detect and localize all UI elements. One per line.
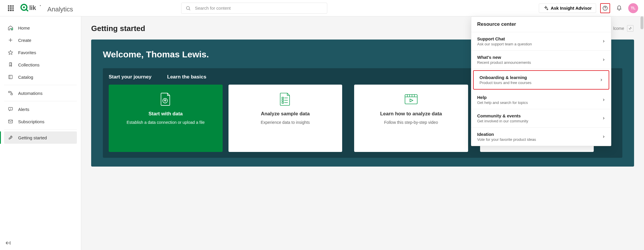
journey-col-2: Learn the basics <box>167 74 206 80</box>
star-icon <box>8 49 13 55</box>
resource-center-title: Resource center <box>471 17 611 32</box>
bell-icon <box>616 5 622 11</box>
rc-item-ideation[interactable]: Ideation Vote for your favorite product … <box>471 128 611 146</box>
svg-point-10 <box>11 28 13 30</box>
rc-item-help[interactable]: Help Get help and search for topics <box>471 91 611 109</box>
chat-alert-icon <box>8 106 13 112</box>
rc-item-sub: Get help and search for topics <box>477 100 528 105</box>
rc-item-community-events[interactable]: Community & events Get involved in our c… <box>471 109 611 128</box>
top-right-hint: lcome <box>613 25 633 32</box>
ask-insight-advisor-button[interactable]: Ask Insight Advisor <box>539 4 596 13</box>
search-icon <box>186 6 191 11</box>
sidebar-item-label: Automations <box>18 91 42 96</box>
sidebar-item-label: Favorites <box>18 50 36 55</box>
chevron-right-icon <box>602 58 605 62</box>
sidebar-item-catalog[interactable]: Catalog <box>4 71 77 83</box>
sidebar-divider <box>4 129 77 130</box>
sidebar: Home Create Favorites Collections Catalo <box>0 16 81 250</box>
waffle-menu[interactable] <box>6 3 16 13</box>
card-start-with-data[interactable]: Start with data Establish a data connect… <box>109 85 223 152</box>
sidebar-item-alerts[interactable]: Alerts <box>4 103 77 115</box>
search-input[interactable] <box>194 5 323 11</box>
svg-marker-38 <box>410 99 413 102</box>
card-title: Start with data <box>148 111 183 117</box>
sparkle-icon <box>543 6 548 11</box>
collapse-icon <box>5 240 11 246</box>
catalog-icon <box>8 74 13 80</box>
card-analyze-sample[interactable]: Analyze sample data Experience data to i… <box>228 85 342 152</box>
scrollbar-thumb[interactable] <box>640 16 643 29</box>
rocket-icon <box>8 135 13 141</box>
video-icon <box>404 92 418 107</box>
rc-item-title: What's new <box>477 55 531 60</box>
svg-rect-28 <box>282 100 283 101</box>
rc-item-title: Onboarding & learning <box>479 75 532 80</box>
sidebar-item-getting-started[interactable]: Getting started <box>4 131 77 144</box>
logo-area: lik Analytics <box>20 3 73 13</box>
sidebar-divider <box>4 85 77 85</box>
waffle-icon <box>8 5 14 11</box>
scrollbar[interactable] <box>640 16 643 250</box>
svg-point-9 <box>605 9 605 10</box>
chevron-right-icon <box>602 39 605 43</box>
svg-rect-16 <box>8 91 10 93</box>
sidebar-item-label: Create <box>18 38 31 43</box>
sidebar-item-label: Catalog <box>18 75 33 80</box>
svg-rect-5 <box>40 6 41 8</box>
svg-point-20 <box>10 109 11 110</box>
help-icon <box>602 5 608 11</box>
card-learn-analyze[interactable]: Learn how to analyze data Follow this st… <box>354 85 468 152</box>
notifications-button[interactable] <box>614 3 624 13</box>
rc-item-sub: Recent product announcements <box>477 60 531 65</box>
chevron-right-icon <box>602 98 605 102</box>
help-button[interactable] <box>600 3 610 13</box>
chevron-right-icon <box>602 116 605 120</box>
card-title: Analyze sample data <box>261 111 310 117</box>
svg-marker-13 <box>8 50 13 54</box>
product-name: Analytics <box>47 6 73 13</box>
svg-point-22 <box>11 137 11 137</box>
sidebar-item-subscriptions[interactable]: Subscriptions <box>4 115 77 128</box>
sidebar-divider <box>4 101 77 101</box>
sidebar-item-home[interactable]: Home <box>4 22 77 34</box>
home-icon <box>8 25 13 31</box>
journey-col-1: Start your journey <box>109 74 155 80</box>
collapse-sidebar-button[interactable] <box>5 240 11 246</box>
avatar[interactable]: TL <box>628 3 638 13</box>
sidebar-item-create[interactable]: Create <box>4 34 77 46</box>
rc-item-sub: Get involved in our community <box>477 119 528 123</box>
ask-label: Ask Insight Advisor <box>551 6 592 11</box>
sidebar-item-label: Getting started <box>18 135 47 140</box>
sidebar-item-favorites[interactable]: Favorites <box>4 46 77 59</box>
sidebar-item-collections[interactable]: Collections <box>4 59 77 71</box>
card-title: Learn how to analyze data <box>380 111 442 117</box>
qlik-logo: lik <box>20 3 41 11</box>
search-wrap <box>181 3 327 14</box>
svg-rect-32 <box>405 95 417 104</box>
card-sub: Experience data to insights <box>261 120 310 125</box>
file-upload-icon <box>159 92 172 107</box>
svg-rect-26 <box>282 97 283 99</box>
hint-text: lcome <box>613 26 624 31</box>
sidebar-item-label: Subscriptions <box>18 119 44 124</box>
rc-item-sub: Vote for your favorite product ideas <box>477 137 536 142</box>
card-sub: Follow this step-by-step video <box>384 120 438 125</box>
sidebar-item-automations[interactable]: Automations <box>4 87 77 99</box>
card-separator <box>348 89 348 147</box>
search-box[interactable] <box>181 3 327 14</box>
svg-line-7 <box>189 9 190 10</box>
topbar-right: Ask Insight Advisor TL <box>539 3 638 13</box>
card-sub: Establish a data connection or upload a … <box>127 120 205 125</box>
svg-text:lik: lik <box>29 4 36 11</box>
sidebar-item-label: Collections <box>18 62 39 67</box>
avatar-initials: TL <box>631 6 636 10</box>
svg-point-4 <box>40 5 41 6</box>
svg-point-1 <box>23 6 25 8</box>
rc-item-sub: Ask our support team a question <box>477 42 532 46</box>
rc-item-onboarding-learning[interactable]: Onboarding & learning Product tours and … <box>473 70 609 90</box>
svg-rect-14 <box>9 75 12 79</box>
bookmarks-icon <box>8 62 13 68</box>
rc-item-whats-new[interactable]: What's new Recent product announcements <box>471 51 611 69</box>
minimize-icon[interactable] <box>627 25 633 32</box>
rc-item-support-chat[interactable]: Support Chat Ask our support team a ques… <box>471 32 611 51</box>
